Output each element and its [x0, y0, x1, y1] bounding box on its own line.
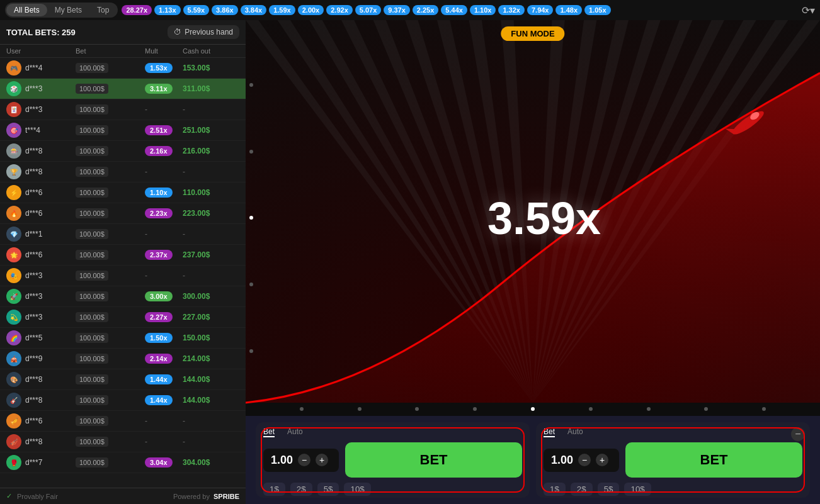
quick-2-2[interactable]: 2$ — [571, 483, 593, 496]
tab-all-bets[interactable]: All Bets — [6, 4, 47, 16]
user-cell: 🎭d***3 — [6, 268, 76, 283]
quick-2-1[interactable]: 2$ — [290, 483, 312, 496]
top-bar: All Bets My Bets Top 28.27x1.13x5.59x3.8… — [0, 0, 820, 20]
avatar: 💎 — [6, 227, 21, 242]
cashout-cell: - — [183, 417, 239, 425]
user-cell: 🎻d***8 — [6, 434, 76, 449]
bet-cell: 100.00$ — [76, 354, 145, 364]
bet-cell: 100.00$ — [76, 208, 145, 218]
username: d***8 — [25, 396, 42, 405]
quick-5-2[interactable]: 5$ — [598, 483, 620, 496]
prev-hand-label: Previous hand — [185, 28, 233, 36]
side-dot — [249, 150, 253, 154]
quick-1-2[interactable]: 1$ — [544, 483, 566, 496]
bet-row: 🎸d***8100.00$1.44x144.00$ — [0, 390, 246, 411]
mult-cell: - — [145, 230, 183, 238]
bet-row: 🎭d***3100.00$-- — [0, 266, 246, 286]
mult-cell: 1.44x — [145, 395, 183, 405]
multiplier-display: 3.59x — [487, 193, 601, 244]
cashout-cell: 144.00$ — [183, 375, 239, 384]
bet-input-box-2: 1.00 − + — [544, 449, 619, 472]
avatar: 🏆 — [6, 164, 21, 179]
bet-row: 🃏d***3100.00$-- — [0, 99, 246, 120]
tab-auto-1[interactable]: Auto — [287, 427, 303, 437]
tab-bet-2[interactable]: Bet — [544, 427, 555, 437]
tab-my-bets[interactable]: My Bets — [47, 4, 89, 16]
quick-10-2[interactable]: 10$ — [624, 483, 651, 496]
avatar: 🎸 — [6, 393, 21, 408]
bet-button-1[interactable]: BET — [345, 442, 522, 478]
quick-10-1[interactable]: 10$ — [344, 483, 370, 496]
multiplier-badge[interactable]: 1.10x — [470, 5, 496, 15]
multiplier-badge[interactable]: 1.32x — [498, 5, 525, 15]
multiplier-badge[interactable]: 2.92x — [326, 5, 353, 15]
controls-area: Bet Auto 1.00 − + BET 1$ 2$ 5$ 10$ — [246, 416, 820, 504]
bet-row: 💫d***3100.00$2.27x227.00$ — [0, 307, 246, 328]
cashout-cell: 311.00$ — [183, 84, 239, 93]
tab-top[interactable]: Top — [89, 4, 117, 16]
bets-footer: ✓ Provably Fair Powered by SPRIBE — [0, 488, 246, 504]
bet-row: 🔥d***6100.00$2.23x223.00$ — [0, 203, 246, 224]
username: d***3 — [25, 313, 42, 322]
avatar: 🎨 — [6, 372, 21, 387]
history-icon[interactable]: ⟳▾ — [802, 4, 815, 16]
multiplier-badge[interactable]: 2.00x — [298, 5, 324, 15]
multiplier-badge[interactable]: 2.25x — [413, 5, 439, 15]
bet-cell: 100.00$ — [76, 250, 145, 260]
cashout-cell: - — [183, 105, 239, 114]
bet-cell: 100.00$ — [76, 167, 145, 177]
bet-cell: 100.00$ — [76, 374, 145, 384]
username: d***3 — [25, 105, 42, 114]
bet-increase-1[interactable]: + — [316, 454, 328, 466]
cashout-cell: 153.00$ — [183, 64, 239, 72]
bet-cell: 100.00$ — [76, 395, 145, 405]
bet-row: 🎻d***8100.00$-- — [0, 432, 246, 452]
username: d***1 — [25, 230, 42, 238]
main-content: TOTAL BETS: 259 ⏱ Previous hand User Bet… — [0, 20, 820, 504]
tab-bet-1[interactable]: Bet — [263, 427, 275, 437]
multiplier-badge[interactable]: 28.27x — [122, 5, 152, 15]
multiplier-badge[interactable]: 1.05x — [584, 5, 611, 15]
username: d***3 — [25, 84, 42, 93]
bet-decrease-2[interactable]: − — [578, 454, 591, 466]
username: d***6 — [25, 209, 42, 218]
right-area: FUN MODE 3.59x — [246, 20, 820, 504]
avatar: 🃏 — [6, 102, 21, 117]
bet-increase-2[interactable]: + — [596, 454, 608, 466]
quick-1-1[interactable]: 1$ — [263, 483, 285, 496]
username: d***8 — [25, 167, 42, 176]
multiplier-badge[interactable]: 5.59x — [183, 5, 210, 15]
multiplier-badge[interactable]: 7.94x — [527, 5, 554, 15]
multiplier-badge[interactable]: 1.48x — [555, 5, 582, 15]
avatar: 🎲 — [6, 81, 21, 96]
col-user: User — [6, 47, 76, 55]
close-panel2-button[interactable]: − — [791, 427, 805, 441]
multiplier-badge[interactable]: 9.37x — [384, 5, 410, 15]
user-cell: 🎯t***4 — [6, 123, 76, 138]
multiplier-badge[interactable]: 1.59x — [269, 5, 295, 15]
cashout-cell: 237.00$ — [183, 250, 239, 259]
username: d***3 — [25, 292, 42, 301]
multiplier-badge[interactable]: 3.86x — [212, 5, 238, 15]
avatar: 🥊 — [6, 455, 21, 470]
bet-cell: 100.00$ — [76, 271, 145, 281]
quick-5-1[interactable]: 5$ — [317, 483, 339, 496]
tab-auto-2[interactable]: Auto — [567, 427, 583, 437]
bet-row: 🥊d***7100.00$3.04x304.00$ — [0, 452, 246, 473]
provably-fair-label: Provably Fair — [17, 493, 58, 500]
bet-row: 🎮d***4100.00$1.53x153.00$ — [0, 58, 246, 79]
timeline-dot — [647, 407, 651, 411]
multiplier-badge[interactable]: 1.13x — [154, 5, 181, 15]
prev-hand-button[interactable]: ⏱ Previous hand — [168, 25, 239, 39]
bet-button-2[interactable]: BET — [625, 442, 802, 478]
bet-cell: 100.00$ — [76, 416, 145, 426]
mult-cell: 1.53x — [145, 63, 183, 73]
username: d***8 — [25, 147, 42, 155]
bet-row: 🎰d***8100.00$2.16x216.00$ — [0, 141, 246, 162]
multiplier-badge[interactable]: 5.07x — [355, 5, 382, 15]
multiplier-badge[interactable]: 3.84x — [241, 5, 267, 15]
bet-row: 🎯t***4100.00$2.51x251.00$ — [0, 120, 246, 141]
multiplier-badge[interactable]: 5.44x — [441, 5, 467, 15]
bet-decrease-1[interactable]: − — [298, 454, 310, 466]
bet-row: 🌟d***6100.00$2.37x237.00$ — [0, 245, 246, 266]
